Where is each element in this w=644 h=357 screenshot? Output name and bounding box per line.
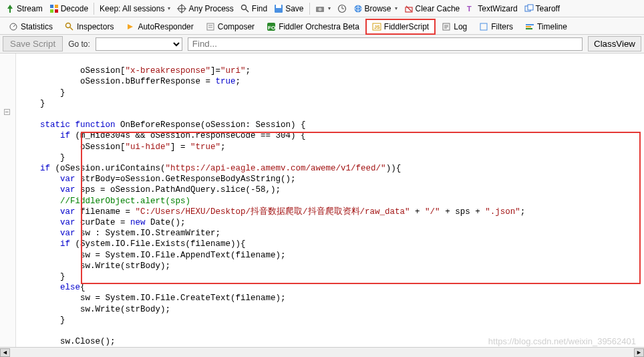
svg-text:JS: JS xyxy=(374,25,380,29)
tab-label: Log xyxy=(454,22,467,31)
tab-statistics[interactable]: Statistics xyxy=(3,19,59,34)
svg-rect-2 xyxy=(50,9,53,13)
tab-autoresponder[interactable]: AutoResponder xyxy=(120,19,199,34)
save-label: Save xyxy=(285,4,303,13)
save-script-button[interactable]: Save Script xyxy=(3,36,63,51)
chevron-down-icon: ▾ xyxy=(328,5,331,11)
svg-rect-0 xyxy=(50,5,53,8)
svg-point-25 xyxy=(66,23,71,27)
keep-button[interactable]: Keep: All sessions ▾ xyxy=(97,3,173,15)
keep-label: Keep: All sessions xyxy=(100,4,164,13)
chevron-down-icon: ▾ xyxy=(395,5,397,11)
clear-cache-label: Clear Cache xyxy=(416,4,460,13)
tab-orchestra[interactable]: FO Fiddler Orchestra Beta xyxy=(261,19,365,34)
code-editor[interactable]: − oSession["x-breakresponse"]="uri"; oSe… xyxy=(0,53,644,347)
filters-icon xyxy=(479,22,488,31)
stream-button[interactable]: Stream xyxy=(3,3,45,15)
script-toolbar: Save Script Go to: ClassView xyxy=(0,35,644,53)
find-input[interactable] xyxy=(188,37,583,51)
svg-rect-3 xyxy=(55,9,58,13)
scroll-right-arrow[interactable]: ► xyxy=(634,348,644,357)
tab-label: Composer xyxy=(218,22,255,31)
separator xyxy=(309,3,310,15)
svg-line-26 xyxy=(70,27,73,30)
orchestra-icon: FO xyxy=(267,22,276,31)
autoresponder-icon xyxy=(126,22,135,31)
tab-label: FiddlerScript xyxy=(384,22,429,31)
tab-fiddlerscript[interactable]: JS FiddlerScript xyxy=(365,19,436,35)
composer-icon xyxy=(206,22,215,31)
tab-label: Fiddler Orchestra Beta xyxy=(279,22,359,31)
scroll-left-arrow[interactable]: ◄ xyxy=(0,348,10,357)
decode-label: Decode xyxy=(61,4,88,13)
camera-button[interactable]: ▾ xyxy=(313,3,333,15)
tab-label: Statistics xyxy=(21,22,53,31)
svg-rect-10 xyxy=(276,5,281,8)
textwizard-icon: T xyxy=(466,4,476,13)
find-button[interactable]: Find xyxy=(238,3,270,15)
tab-composer[interactable]: Composer xyxy=(200,19,261,34)
tab-label: Inspectors xyxy=(77,22,114,31)
browse-button[interactable]: Browse ▾ xyxy=(351,3,400,15)
target-icon xyxy=(177,4,186,13)
code-content[interactable]: oSession["x-breakresponse"]="uri"; oSess… xyxy=(16,53,644,347)
clear-cache-icon xyxy=(404,4,414,13)
svg-line-24 xyxy=(13,25,15,27)
goto-select[interactable] xyxy=(96,37,182,51)
svg-point-12 xyxy=(318,7,321,11)
textwizard-label: TextWizard xyxy=(478,4,517,13)
save-icon xyxy=(274,4,283,13)
svg-rect-38 xyxy=(480,23,487,30)
tab-timeline[interactable]: Timeline xyxy=(519,19,573,34)
any-process-label: Any Process xyxy=(188,4,233,13)
stats-icon xyxy=(9,22,18,31)
browse-label: Browse xyxy=(365,4,391,13)
svg-rect-27 xyxy=(207,23,214,30)
tab-log[interactable]: Log xyxy=(436,19,473,34)
tearoff-button[interactable]: Tearoff xyxy=(522,3,562,15)
stream-label: Stream xyxy=(17,4,43,13)
svg-text:FO: FO xyxy=(268,25,275,31)
save-button[interactable]: Save xyxy=(271,3,306,15)
svg-point-7 xyxy=(241,5,246,9)
timeline-icon xyxy=(525,22,534,31)
camera-icon xyxy=(315,4,325,13)
goto-label: Go to: xyxy=(68,39,90,49)
horizontal-scrollbar[interactable]: ◄ ► xyxy=(0,347,644,357)
tab-label: Timeline xyxy=(537,22,567,31)
svg-line-8 xyxy=(246,9,249,12)
editor-gutter: − xyxy=(0,53,16,347)
separator xyxy=(94,3,94,15)
decode-icon xyxy=(49,4,59,13)
browse-icon xyxy=(353,4,363,13)
main-toolbar: Stream Decode Keep: All sessions ▾ Any P… xyxy=(0,0,644,17)
fold-marker[interactable]: − xyxy=(4,109,10,115)
tearoff-icon xyxy=(524,4,534,13)
clear-cache-button[interactable]: Clear Cache xyxy=(401,3,463,15)
tab-label: Filters xyxy=(491,22,513,31)
inspectors-icon xyxy=(65,22,74,31)
fiddlerscript-icon: JS xyxy=(372,22,381,31)
log-icon xyxy=(442,22,451,31)
clock-button[interactable] xyxy=(335,3,349,15)
svg-text:T: T xyxy=(467,5,472,13)
any-process-button[interactable]: Any Process xyxy=(174,3,236,15)
tab-label: AutoResponder xyxy=(138,22,193,31)
tab-inspectors[interactable]: Inspectors xyxy=(59,19,120,34)
watermark: https://blog.csdn.net/weixin_39562401 xyxy=(488,336,636,346)
classview-button[interactable]: ClassView xyxy=(588,36,641,51)
chevron-down-icon: ▾ xyxy=(168,5,170,11)
tab-filters[interactable]: Filters xyxy=(473,19,519,34)
tab-bar: Statistics Inspectors AutoResponder Comp… xyxy=(0,17,644,35)
svg-rect-1 xyxy=(55,5,58,8)
clock-icon xyxy=(337,4,347,13)
svg-rect-22 xyxy=(528,5,533,10)
find-label: Find xyxy=(252,4,267,13)
textwizard-button[interactable]: T TextWizard xyxy=(464,3,520,15)
find-icon xyxy=(240,4,250,13)
tearoff-label: Tearoff xyxy=(536,4,560,13)
decode-button[interactable]: Decode xyxy=(47,3,91,15)
svg-line-19 xyxy=(406,6,412,11)
stream-icon xyxy=(5,4,15,13)
